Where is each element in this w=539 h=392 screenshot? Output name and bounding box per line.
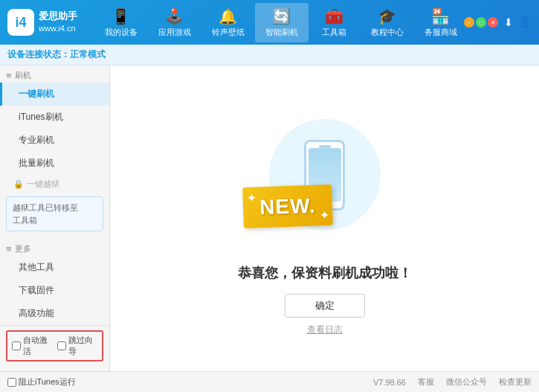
main-layout: ≡ 刷机 一键刷机 iTunes刷机 专业刷机 批量刷机 🔒 一键越狱 越狱工具… bbox=[0, 65, 539, 371]
view-log-link[interactable]: 查看日志 bbox=[307, 324, 343, 336]
status-value: 正常模式 bbox=[70, 48, 106, 61]
footer-right: V7.98.66 客服 微信公众号 检查更新 bbox=[373, 376, 532, 388]
device-icon: 📱 bbox=[112, 7, 130, 25]
device-phone-icon: 📱 bbox=[7, 370, 26, 371]
window-controls: − □ ✕ bbox=[464, 17, 498, 28]
minimize-button[interactable]: − bbox=[464, 17, 474, 28]
flash-icon: 🔄 bbox=[272, 7, 291, 25]
new-banner: ✦ NEW. ✦ bbox=[242, 184, 333, 228]
header-right: − □ ✕ ⬇ 👤 bbox=[472, 16, 532, 29]
logo: i4 爱思助手 www.i4.cn bbox=[7, 9, 89, 36]
success-illustration: ✦ NEW. ✦ bbox=[251, 100, 399, 249]
confirm-button[interactable]: 确定 bbox=[285, 294, 365, 318]
nav-label: 工具箱 bbox=[322, 27, 346, 38]
block-itunes-check[interactable]: 阻止iTunes运行 bbox=[7, 376, 76, 388]
auto-activate-check[interactable]: 自动激活 bbox=[12, 335, 53, 357]
footer-left: 阻止iTunes运行 bbox=[7, 376, 373, 388]
sidebar-item-download-firmware[interactable]: 下载固件 bbox=[0, 279, 109, 302]
nav-label: 铃声壁纸 bbox=[212, 27, 245, 38]
section-icon: ≡ bbox=[6, 70, 12, 81]
sidebar-item-itunes-flash[interactable]: iTunes刷机 bbox=[0, 106, 109, 129]
main-content: ✦ NEW. ✦ 恭喜您，保资料刷机成功啦！ 确定 查看日志 bbox=[110, 65, 539, 371]
auto-activate-checkbox[interactable] bbox=[12, 341, 21, 350]
nav-label: 务服商域 bbox=[425, 27, 457, 38]
nav-tutorial[interactable]: 🎓 教程中心 bbox=[361, 3, 414, 42]
version-label: V7.98.66 bbox=[373, 378, 406, 387]
logo-icon: i4 bbox=[7, 9, 34, 36]
nav-bar: 📱 我的设备 🕹️ 应用游戏 🔔 铃声壁纸 🔄 智能刷机 🧰 工具箱 🎓 教程中… bbox=[89, 3, 472, 42]
sidebar-item-jailbreak: 🔒 一键越狱 bbox=[0, 175, 109, 193]
header: i4 爱思助手 www.i4.cn 📱 我的设备 🕹️ 应用游戏 🔔 铃声壁纸 … bbox=[0, 0, 539, 45]
nav-service[interactable]: 🏪 务服商域 bbox=[414, 3, 468, 42]
service-link[interactable]: 客服 bbox=[418, 376, 434, 388]
sidebar-item-batch-flash[interactable]: 批量刷机 bbox=[0, 152, 109, 175]
tutorial-icon: 🎓 bbox=[378, 7, 396, 25]
nav-ringtone[interactable]: 🔔 铃声壁纸 bbox=[201, 3, 255, 42]
sidebar-item-other-tools[interactable]: 其他工具 bbox=[0, 256, 109, 279]
nav-my-device[interactable]: 📱 我的设备 bbox=[94, 3, 148, 42]
service-icon: 🏪 bbox=[431, 7, 450, 25]
sidebar-item-one-key-flash[interactable]: 一键刷机 bbox=[0, 83, 109, 106]
sidebar-bottom: 自动激活 跳过向导 📱 iPhone 15 Pro Max 512GB iPho… bbox=[0, 325, 109, 371]
sidebar-section-flash: ≡ 刷机 bbox=[0, 65, 109, 83]
toolbox-icon: 🧰 bbox=[325, 7, 343, 25]
section-icon2: ≡ bbox=[6, 243, 12, 254]
star-left: ✦ bbox=[246, 190, 256, 205]
device-name: iPhone 15 Pro Max bbox=[30, 369, 102, 371]
nav-label: 教程中心 bbox=[371, 27, 404, 38]
wechat-link[interactable]: 微信公众号 bbox=[446, 376, 487, 388]
footer: 阻止iTunes运行 V7.98.66 客服 微信公众号 检查更新 bbox=[0, 371, 539, 392]
status-bar: 设备连接状态： 正常模式 bbox=[0, 45, 539, 65]
close-button[interactable]: ✕ bbox=[488, 17, 498, 28]
status-label: 设备连接状态： bbox=[7, 48, 70, 61]
sidebar-item-pro-flash[interactable]: 专业刷机 bbox=[0, 129, 109, 152]
skip-guide-check[interactable]: 跳过向导 bbox=[57, 335, 98, 357]
nav-smart-flash[interactable]: 🔄 智能刷机 bbox=[255, 3, 309, 42]
nav-toolbox[interactable]: 🧰 工具箱 bbox=[309, 3, 361, 42]
success-title: 恭喜您，保资料刷机成功啦！ bbox=[238, 264, 412, 282]
new-label: NEW. bbox=[259, 193, 316, 219]
skip-guide-checkbox[interactable] bbox=[57, 341, 66, 350]
nav-label: 智能刷机 bbox=[265, 27, 298, 38]
nav-label: 应用游戏 bbox=[158, 27, 191, 38]
sidebar-item-advanced[interactable]: 高级功能 bbox=[0, 302, 109, 325]
check-update-link[interactable]: 检查更新 bbox=[499, 376, 532, 388]
sidebar-notice: 越狱工具已转移至工具箱 bbox=[6, 196, 103, 231]
phone-notch bbox=[319, 145, 331, 148]
device-details: iPhone 15 Pro Max 512GB iPhone bbox=[30, 369, 102, 371]
download-icon[interactable]: ⬇ bbox=[504, 16, 513, 29]
auto-actions-box: 自动激活 跳过向导 bbox=[6, 330, 103, 362]
nav-apps-games[interactable]: 🕹️ 应用游戏 bbox=[148, 3, 201, 42]
sidebar: ≡ 刷机 一键刷机 iTunes刷机 专业刷机 批量刷机 🔒 一键越狱 越狱工具… bbox=[0, 65, 110, 371]
ringtone-icon: 🔔 bbox=[219, 7, 237, 25]
maximize-button[interactable]: □ bbox=[476, 17, 486, 28]
apps-icon: 🕹️ bbox=[165, 7, 184, 25]
user-icon[interactable]: 👤 bbox=[519, 16, 532, 29]
nav-label: 我的设备 bbox=[105, 27, 138, 38]
star-right: ✦ bbox=[319, 208, 329, 222]
device-info: 📱 iPhone 15 Pro Max 512GB iPhone bbox=[6, 366, 103, 371]
lock-icon: 🔒 bbox=[13, 179, 24, 189]
sidebar-section-more: ≡ 更多 bbox=[0, 239, 109, 256]
block-itunes-checkbox[interactable] bbox=[7, 378, 16, 387]
logo-text: 爱思助手 www.i4.cn bbox=[39, 10, 77, 35]
